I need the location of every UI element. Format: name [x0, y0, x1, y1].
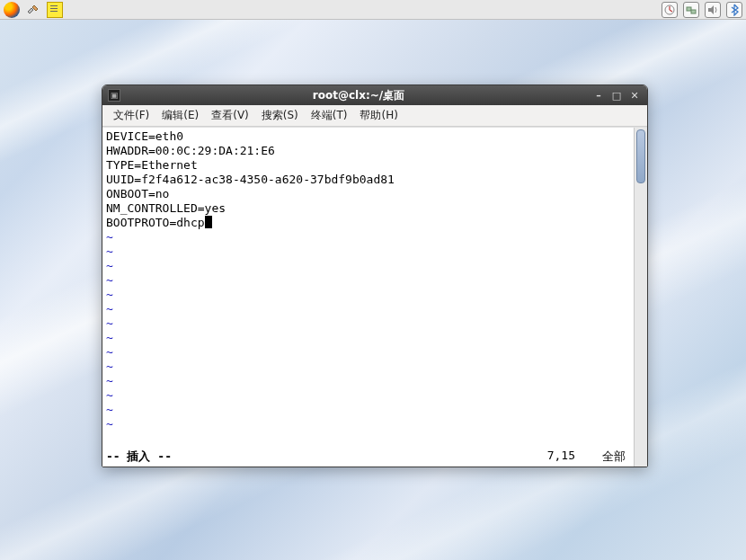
menu-view[interactable]: 查看(V) [206, 106, 254, 125]
monitor-icon[interactable] [662, 2, 678, 18]
vim-mode: -- 插入 -- [106, 449, 172, 465]
bluetooth-icon[interactable] [726, 2, 742, 18]
menu-help[interactable]: 帮助(H) [354, 106, 403, 125]
panel-right [662, 2, 742, 18]
terminal-body[interactable]: DEVICE=eth0 HWADDR=00:0C:29:DA:21:E6 TYP… [102, 127, 647, 467]
vim-status-line: -- 插入 -- 7,15 全部 [106, 449, 629, 465]
scroll-thumb[interactable] [636, 129, 645, 183]
menu-file[interactable]: 文件(F) [108, 106, 155, 125]
window-titlebar[interactable]: ▣ root@clx:~/桌面 – □ ✕ [102, 85, 647, 105]
vim-percent: 全部 [602, 449, 626, 465]
top-panel [0, 0, 746, 20]
svg-rect-2 [691, 10, 696, 13]
vim-cursor-position: 7,15 [547, 449, 575, 465]
terminal-app-icon: ▣ [108, 89, 120, 102]
window-controls: – □ ✕ [591, 89, 642, 102]
notepad-icon[interactable] [47, 2, 63, 18]
menu-terminal[interactable]: 终端(T) [306, 106, 353, 125]
maximize-button[interactable]: □ [609, 89, 624, 102]
terminal-window: ▣ root@clx:~/桌面 – □ ✕ 文件(F) 编辑(E) 查看(V) … [102, 84, 648, 467]
svg-rect-1 [687, 7, 691, 11]
volume-icon[interactable] [705, 2, 721, 18]
scrollbar[interactable] [634, 128, 647, 467]
menu-search[interactable]: 搜索(S) [256, 106, 304, 125]
firefox-icon[interactable] [4, 2, 20, 18]
menu-edit[interactable]: 编辑(E) [156, 106, 204, 125]
window-title: root@clx:~/桌面 [126, 88, 591, 103]
terminal-content[interactable]: DEVICE=eth0 HWADDR=00:0C:29:DA:21:E6 TYP… [102, 128, 634, 467]
network-icon[interactable] [683, 2, 699, 18]
menubar: 文件(F) 编辑(E) 查看(V) 搜索(S) 终端(T) 帮助(H) [102, 105, 647, 127]
tools-icon[interactable] [25, 2, 41, 18]
minimize-button[interactable]: – [591, 89, 606, 102]
close-button[interactable]: ✕ [627, 89, 642, 102]
panel-left [4, 2, 63, 18]
